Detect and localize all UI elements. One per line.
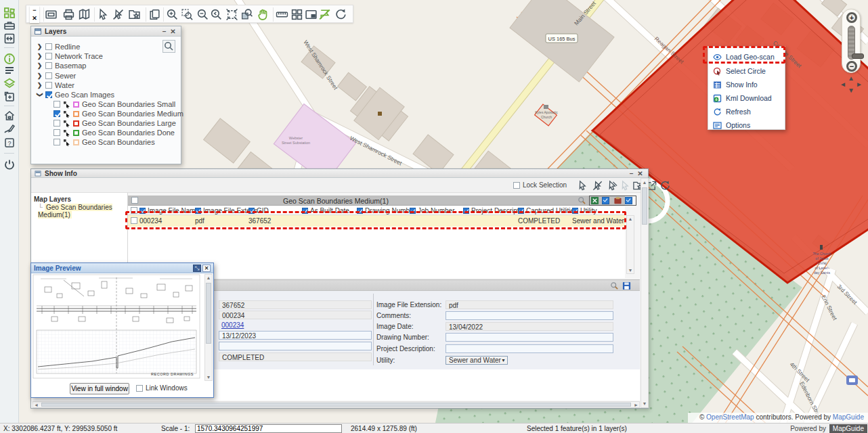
layer-checkbox[interactable]	[45, 43, 52, 50]
utility-select[interactable]: Sewer and Water▼	[446, 356, 508, 365]
pan-up-arrow[interactable]: ▲	[848, 74, 854, 82]
layers-minimize-button[interactable]: –	[160, 28, 169, 35]
menu-item-kml-download[interactable]: Kml Download	[713, 93, 772, 103]
show-info-minimize-button[interactable]: –	[627, 170, 636, 177]
layer-search-button[interactable]	[162, 40, 175, 53]
select-redline-icon[interactable]	[607, 180, 618, 191]
zoom-previous-icon[interactable]	[210, 8, 223, 21]
zoom-out-icon[interactable]	[196, 8, 209, 21]
column-checkbox[interactable]	[302, 208, 308, 214]
link-windows-checkbox[interactable]	[136, 385, 143, 392]
copy-map-icon[interactable]	[148, 8, 161, 21]
column-checkbox[interactable]	[518, 208, 524, 214]
toolbar-close[interactable]: ✕	[30, 14, 39, 22]
expand-window-icon[interactable]: ⤡	[193, 265, 201, 272]
osm-link[interactable]: OpenStreetMap	[706, 413, 754, 421]
refresh-map-icon[interactable]	[334, 8, 347, 21]
column-as-built-date[interactable]: As Built Date	[302, 207, 349, 214]
zoom-in-icon[interactable]	[166, 8, 179, 21]
scrollbar-thumb[interactable]	[206, 283, 211, 344]
close-icon[interactable]: ✕	[202, 265, 211, 272]
layer-item-water[interactable]: ❯Water	[37, 81, 74, 90]
zoom-slider-handle[interactable]	[852, 53, 864, 59]
header-row-checkbox[interactable]	[131, 207, 137, 214]
layer-checkbox[interactable]	[45, 53, 52, 60]
show-all-checkbox[interactable]	[625, 197, 632, 204]
lock-selection-control[interactable]: Lock Selection	[513, 181, 567, 189]
drawing-number-input[interactable]	[446, 333, 613, 342]
layer-item-sewer[interactable]: ❯Sewer	[37, 71, 76, 81]
column-checkbox[interactable]	[139, 208, 146, 214]
scrollbar-thumb[interactable]	[642, 187, 647, 225]
scroll-down-arrow[interactable]: ▼	[627, 268, 634, 273]
zoom-in-button[interactable]: +	[846, 12, 857, 23]
scale-input[interactable]	[195, 424, 342, 433]
preview-scrollbar[interactable]: ▲ ▼	[204, 274, 213, 381]
zoom-rectangle-icon[interactable]	[181, 8, 194, 21]
menu-item-show-info[interactable]: Show Info	[713, 80, 758, 89]
layer-checkbox-checked[interactable]	[45, 91, 52, 98]
swap-panel-icon[interactable]	[3, 32, 16, 45]
grid-scrollbar[interactable]: ▲ ▼	[626, 215, 634, 274]
toolbar-minimize[interactable]: −	[30, 6, 39, 14]
map-legend-icon[interactable]	[78, 8, 91, 21]
layer-checkbox[interactable]	[45, 72, 52, 79]
chevron-right-icon[interactable]: ❯	[37, 53, 43, 60]
column-gid[interactable]: GID	[248, 207, 269, 214]
scroll-up-arrow[interactable]: ▲	[205, 275, 212, 280]
panel-vertical-scrollbar[interactable]: ▲ ▼	[641, 178, 649, 408]
image-preview-titlebar[interactable]: Image Preview ⤡ ✕	[31, 263, 213, 273]
column-checkbox[interactable]	[357, 208, 363, 214]
select-icon[interactable]	[97, 8, 110, 21]
scroll-left-arrow[interactable]: ◄	[34, 403, 39, 407]
toolbar-collapse-buttons[interactable]: −✕	[30, 6, 39, 23]
quick-plot-icon[interactable]	[45, 8, 58, 21]
legend-icon[interactable]	[3, 64, 16, 76]
detail-search-icon[interactable]	[610, 281, 619, 290]
as-built-date-input[interactable]: 13/12/2023	[219, 331, 372, 340]
zoom-selection-icon[interactable]	[240, 8, 253, 21]
saved-selection-icon[interactable]	[128, 8, 141, 21]
column-job-number[interactable]: Job Number	[410, 207, 454, 214]
job-number-input[interactable]	[219, 342, 372, 350]
scroll-up-arrow[interactable]: ▲	[641, 180, 648, 185]
view-full-window-button[interactable]: View in full window	[70, 383, 129, 394]
scrollbar-thumb[interactable]	[41, 403, 631, 407]
clear-redline-icon[interactable]	[318, 8, 331, 21]
column-drawing-number[interactable]: Drawing Number	[357, 207, 416, 214]
chevron-right-icon[interactable]: ❯	[37, 43, 43, 50]
layers-close-button[interactable]: ✕	[169, 28, 177, 35]
select-features-icon[interactable]	[577, 180, 588, 191]
overview-map-icon[interactable]	[305, 8, 318, 21]
mapguide-badge[interactable]: MapGuide	[829, 424, 867, 433]
unselect-features-icon[interactable]	[592, 180, 603, 191]
panel-horizontal-scrollbar[interactable]: ◄ ►	[32, 401, 640, 408]
print-icon[interactable]	[62, 8, 75, 21]
zoom-out-button[interactable]: −	[846, 61, 857, 72]
home-icon[interactable]	[3, 110, 16, 122]
comments-input[interactable]	[446, 311, 613, 320]
layer-item-gsb-small[interactable]: Geo Scan Boundaries Small	[53, 99, 175, 109]
add-frame-icon[interactable]	[3, 91, 16, 103]
layer-item-gsb-large[interactable]: Geo Scan Boundaries Large	[53, 118, 176, 128]
result-row[interactable]: 000234 pdf 367652 COMPLETED Sewer and Wa…	[128, 215, 625, 227]
layer-item-gsb-medium[interactable]: Geo Scan Boundaries Medium	[53, 109, 183, 118]
link-windows-control[interactable]: Link Windows	[136, 384, 188, 392]
chevron-right-icon[interactable]: ❯	[37, 82, 43, 89]
pan-icon[interactable]	[257, 8, 269, 21]
layer-item-network-trace[interactable]: ❯Network Trace	[37, 51, 103, 61]
menu-item-select-circle[interactable]: Select Circle	[713, 66, 766, 76]
lock-selection-checkbox[interactable]	[513, 182, 520, 189]
layers-icon[interactable]	[3, 77, 16, 89]
map-layers-selected-item[interactable]: └ Geo Scan Boundaries Medium(1)	[31, 204, 127, 219]
column-utility[interactable]: Utility	[572, 207, 596, 214]
scroll-down-arrow[interactable]: ▼	[205, 375, 212, 380]
layer-checkbox[interactable]	[53, 120, 60, 127]
zoom-extents-icon[interactable]	[225, 8, 238, 21]
row-checkbox[interactable]	[131, 217, 137, 224]
grid-search-icon[interactable]	[578, 196, 586, 205]
show-info-close-button[interactable]: ✕	[636, 170, 645, 177]
layer-group-geo-scan-images[interactable]: ❯Geo Scan Images	[37, 90, 114, 99]
chevron-down-icon[interactable]: ❯	[37, 92, 43, 98]
column-checkbox[interactable]	[463, 208, 469, 214]
